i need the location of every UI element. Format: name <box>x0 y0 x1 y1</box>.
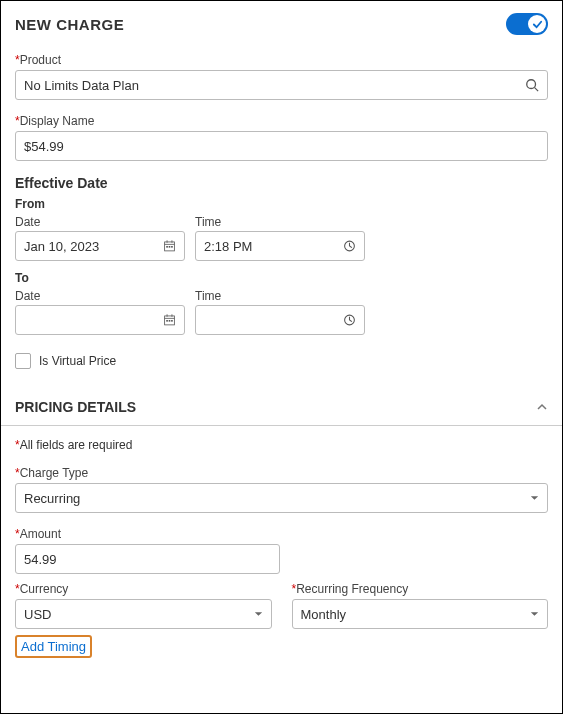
charge-type-select[interactable]: Recurring <box>15 483 548 513</box>
from-time-value: 2:18 PM <box>204 239 252 254</box>
svg-line-1 <box>535 88 539 92</box>
virtual-price-label: Is Virtual Price <box>39 354 116 368</box>
chevron-up-icon[interactable] <box>536 401 548 413</box>
from-time-input[interactable]: 2:18 PM <box>195 231 365 261</box>
to-date-label: Date <box>15 289 185 303</box>
currency-value: USD <box>24 607 51 622</box>
display-name-label: *Display Name <box>15 114 548 128</box>
check-icon <box>528 15 546 33</box>
clock-icon <box>343 240 356 253</box>
page-title: NEW CHARGE <box>15 16 124 33</box>
from-date-label: Date <box>15 215 185 229</box>
amount-label: *Amount <box>15 527 548 541</box>
svg-rect-16 <box>166 320 168 322</box>
svg-rect-18 <box>171 320 173 322</box>
product-input[interactable]: No Limits Data Plan <box>15 70 548 100</box>
to-time-label: Time <box>195 289 365 303</box>
from-date-input[interactable]: Jan 10, 2023 <box>15 231 185 261</box>
calendar-icon <box>163 240 176 253</box>
add-timing-highlight: Add Timing <box>15 635 92 658</box>
virtual-price-checkbox[interactable] <box>15 353 31 369</box>
amount-input[interactable]: 54.99 <box>15 544 280 574</box>
amount-value: 54.99 <box>24 552 57 567</box>
from-label: From <box>15 197 548 211</box>
product-label: *Product <box>15 53 548 67</box>
chevron-down-icon <box>529 609 540 620</box>
chevron-down-icon <box>529 493 540 504</box>
active-toggle[interactable] <box>506 13 548 35</box>
svg-line-21 <box>350 320 352 322</box>
product-value: No Limits Data Plan <box>24 78 139 93</box>
svg-point-0 <box>527 80 536 89</box>
clock-icon <box>343 314 356 327</box>
to-date-input[interactable] <box>15 305 185 335</box>
from-time-label: Time <box>195 215 365 229</box>
calendar-icon <box>163 314 176 327</box>
display-name-value: $54.99 <box>24 139 64 154</box>
svg-rect-8 <box>171 246 173 248</box>
svg-rect-7 <box>169 246 171 248</box>
required-note: *All fields are required <box>15 438 548 452</box>
charge-type-label: *Charge Type <box>15 466 548 480</box>
frequency-value: Monthly <box>301 607 347 622</box>
from-date-value: Jan 10, 2023 <box>24 239 99 254</box>
search-icon <box>525 78 539 92</box>
pricing-details-title: PRICING DETAILS <box>15 399 136 415</box>
svg-rect-17 <box>169 320 171 322</box>
frequency-label: *Recurring Frequency <box>292 582 549 596</box>
currency-select[interactable]: USD <box>15 599 272 629</box>
to-label: To <box>15 271 548 285</box>
currency-label: *Currency <box>15 582 272 596</box>
effective-date-title: Effective Date <box>15 175 548 191</box>
frequency-select[interactable]: Monthly <box>292 599 549 629</box>
add-timing-link[interactable]: Add Timing <box>21 639 86 654</box>
charge-type-value: Recurring <box>24 491 80 506</box>
svg-rect-6 <box>166 246 168 248</box>
to-time-input[interactable] <box>195 305 365 335</box>
display-name-input[interactable]: $54.99 <box>15 131 548 161</box>
svg-line-11 <box>350 246 352 248</box>
chevron-down-icon <box>253 609 264 620</box>
